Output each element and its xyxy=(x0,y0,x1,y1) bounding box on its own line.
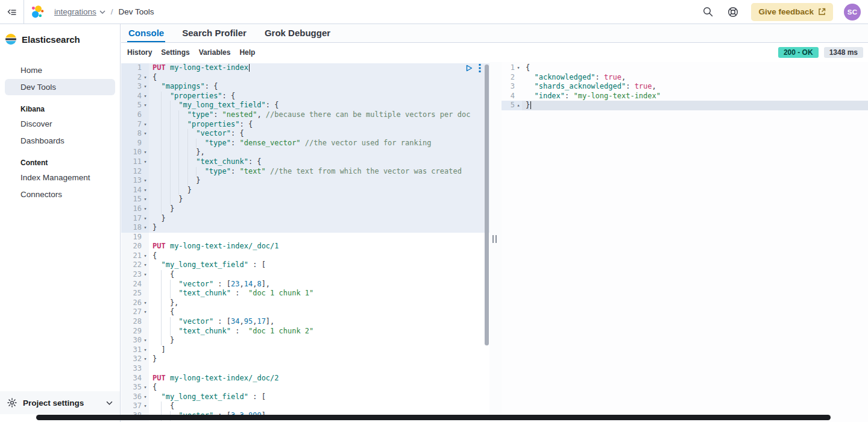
editor-line-15[interactable]: 15▾ } xyxy=(121,195,489,204)
collapse-nav-button[interactable] xyxy=(0,0,24,24)
tab-console[interactable]: Console xyxy=(127,24,165,42)
sidebar-item-home[interactable]: Home xyxy=(5,62,115,78)
editor-line-9[interactable]: 9 "type": "dense_vector" //the vector us… xyxy=(121,139,489,148)
fold-toggle-icon[interactable]: ▾ xyxy=(142,120,149,130)
fold-toggle-icon[interactable]: ▾ xyxy=(142,214,149,224)
fold-toggle-icon[interactable]: ▴ xyxy=(515,101,522,110)
request-options-button[interactable] xyxy=(479,64,481,72)
fold-toggle-icon[interactable]: ▾ xyxy=(142,354,149,364)
console-menu-history[interactable]: History xyxy=(127,48,152,57)
editor-line-10[interactable]: 10▾ }, xyxy=(121,148,489,157)
editor-line-27[interactable]: 27▾ { xyxy=(121,307,489,317)
editor-line-2[interactable]: 2▾{ xyxy=(121,73,489,83)
breadcrumb-integrations[interactable]: integrations xyxy=(54,7,105,16)
response-viewer[interactable]: 1▾{2 "acknowledged": true,3 "shards_ackn… xyxy=(502,62,868,422)
fold-toggle-icon[interactable]: ▾ xyxy=(142,223,149,233)
panel-resizer[interactable] xyxy=(489,62,502,422)
editor-line-12[interactable]: 12 "type": "text" //the text from which … xyxy=(121,167,489,177)
sidebar-item-dashboards[interactable]: Dashboards xyxy=(5,133,115,149)
fold-toggle-icon[interactable]: ▾ xyxy=(142,148,149,157)
fold-toggle-icon[interactable]: ▾ xyxy=(142,270,149,280)
editor-line-4[interactable]: 4▾ "properties": { xyxy=(121,92,489,101)
fold-toggle-icon[interactable]: ▾ xyxy=(142,336,149,345)
tab-grok-debugger[interactable]: Grok Debugger xyxy=(263,24,332,42)
editor-line-35[interactable]: 35▾{ xyxy=(121,383,489,392)
response-line-5[interactable]: 5▴} xyxy=(502,101,868,110)
editor-line-20[interactable]: 20PUT my-long-text-index/_doc/1 xyxy=(121,242,489,251)
editor-line-33[interactable]: 33 xyxy=(121,364,489,374)
editor-line-22[interactable]: 22▾ "my_long_text_field" : [ xyxy=(121,260,489,270)
editor-line-14[interactable]: 14▾ } xyxy=(121,186,489,195)
response-line-1[interactable]: 1▾{ xyxy=(502,63,868,73)
editor-line-18[interactable]: 18▾} xyxy=(121,223,489,233)
indent-guide xyxy=(161,167,169,177)
fold-toggle-icon[interactable]: ▾ xyxy=(142,402,149,411)
editor-line-23[interactable]: 23▾ { xyxy=(121,270,489,280)
console-menu-variables[interactable]: Variables xyxy=(199,48,231,57)
fold-toggle-icon[interactable]: ▾ xyxy=(142,195,149,204)
sidebar-item-index-management[interactable]: Index Management xyxy=(5,169,115,186)
fold-toggle-icon[interactable]: ▾ xyxy=(142,383,149,392)
fold-toggle-icon[interactable]: ▾ xyxy=(142,345,149,355)
fold-toggle-icon[interactable]: ▾ xyxy=(142,101,149,110)
editor-line-32[interactable]: 32▾} xyxy=(121,354,489,364)
editor-line-3[interactable]: 3▾ "mappings": { xyxy=(121,82,489,92)
editor-line-21[interactable]: 21▾{ xyxy=(121,251,489,261)
editor-line-29[interactable]: 29 "text_chunk" : "doc 1 chunk 2" xyxy=(121,327,489,336)
editor-line-6[interactable]: 6 "type": "nested", //because there can … xyxy=(121,110,489,120)
editor-line-24[interactable]: 24 "vector" : [23,14,8], xyxy=(121,280,489,289)
console-menu-settings[interactable]: Settings xyxy=(161,48,189,57)
editor-line-26[interactable]: 26▾ }, xyxy=(121,298,489,308)
elastic-logo[interactable] xyxy=(30,4,46,20)
sidebar-item-connectors[interactable]: Connectors xyxy=(5,186,115,203)
editor-scrollbar[interactable] xyxy=(485,65,489,345)
editor-line-25[interactable]: 25 "text_chunk" : "doc 1 chunk 1" xyxy=(121,289,489,298)
editor-line-31[interactable]: 31▾ ] xyxy=(121,345,489,355)
fold-toggle-icon[interactable]: ▾ xyxy=(142,392,149,402)
fold-toggle-icon[interactable]: ▾ xyxy=(142,260,149,270)
editor-line-16[interactable]: 16▾ } xyxy=(121,204,489,214)
editor-line-5[interactable]: 5▾ "my_long_text_field": { xyxy=(121,101,489,110)
help-button[interactable] xyxy=(726,5,740,19)
sidebar-item-discover[interactable]: Discover xyxy=(5,116,115,132)
fold-toggle-icon[interactable]: ▾ xyxy=(142,186,149,195)
sidebar-item-dev-tools[interactable]: Dev Tools xyxy=(5,79,115,95)
console-menu-help[interactable]: Help xyxy=(239,48,255,57)
editor-line-30[interactable]: 30▾ } xyxy=(121,336,489,345)
fold-toggle-icon[interactable]: ▾ xyxy=(142,298,149,308)
search-button[interactable] xyxy=(700,5,715,19)
fold-toggle-icon[interactable]: ▾ xyxy=(142,307,149,317)
fold-toggle-icon[interactable]: ▾ xyxy=(515,63,522,73)
indent-guide xyxy=(170,120,178,130)
tab-search-profiler[interactable]: Search Profiler xyxy=(181,24,248,42)
editor-line-34[interactable]: 34PUT my-long-text-index/_doc/2 xyxy=(121,374,489,383)
editor-line-7[interactable]: 7▾ "properties": { xyxy=(121,120,489,130)
send-request-button[interactable] xyxy=(466,65,473,72)
fold-toggle-icon[interactable]: ▾ xyxy=(142,157,149,167)
editor-line-19[interactable]: 19 xyxy=(121,233,489,242)
fold-toggle-icon[interactable]: ▾ xyxy=(142,176,149,186)
fold-toggle-icon[interactable]: ▾ xyxy=(142,129,149,139)
response-line-3[interactable]: 3 "shards_acknowledged": true, xyxy=(502,82,868,92)
response-line-4[interactable]: 4 "index": "my-long-text-index" xyxy=(502,92,868,101)
give-feedback-button[interactable]: Give feedback xyxy=(751,3,833,21)
editor-line-37[interactable]: 37▾ { xyxy=(121,402,489,411)
user-avatar[interactable]: SC xyxy=(844,4,861,20)
editor-line-13[interactable]: 13▾ } xyxy=(121,176,489,186)
editor-line-8[interactable]: 8▾ "vector": { xyxy=(121,129,489,139)
editor-line-28[interactable]: 28 "vector" : [34,95,17], xyxy=(121,317,489,327)
project-settings-button[interactable]: Project settings xyxy=(0,391,120,414)
editor-line-1[interactable]: 1PUT my-long-text-index xyxy=(121,63,489,73)
request-editor[interactable]: 1PUT my-long-text-index2▾{3▾ "mappings":… xyxy=(121,62,489,422)
fold-toggle-icon[interactable]: ▾ xyxy=(142,251,149,261)
fold-toggle-icon[interactable]: ▾ xyxy=(142,204,149,214)
fold-toggle-icon[interactable]: ▾ xyxy=(142,92,149,101)
response-line-2[interactable]: 2 "acknowledged": true, xyxy=(502,73,868,83)
editor-line-17[interactable]: 17▾ } xyxy=(121,214,489,224)
editor-line-36[interactable]: 36▾ "my_long_text_field" : [ xyxy=(121,392,489,402)
external-link-icon xyxy=(818,8,826,16)
fold-toggle-icon[interactable]: ▾ xyxy=(142,73,149,83)
editor-line-11[interactable]: 11▾ "text_chunk": { xyxy=(121,157,489,167)
line-number: 32 xyxy=(133,354,142,364)
fold-toggle-icon[interactable]: ▾ xyxy=(142,82,149,92)
